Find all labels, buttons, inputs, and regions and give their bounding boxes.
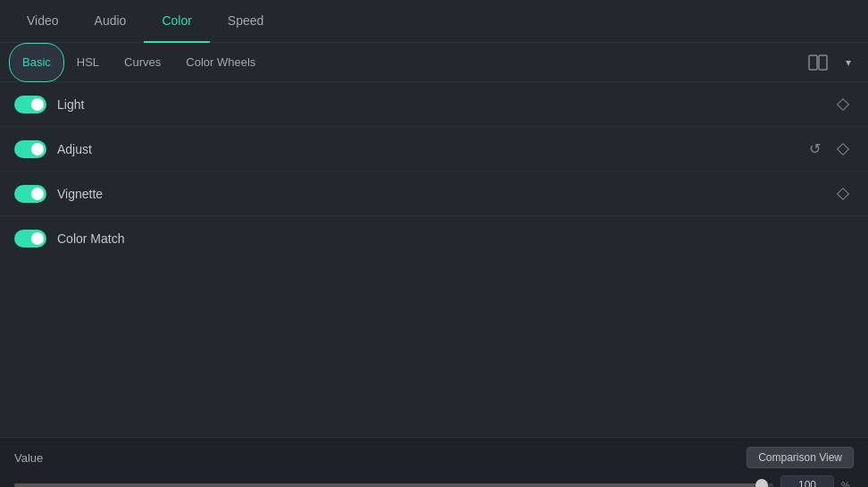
tab-basic[interactable]: Basic bbox=[9, 43, 64, 82]
adjust-toggle[interactable] bbox=[14, 140, 46, 158]
top-tab-bar: Video Audio Color Speed bbox=[0, 0, 868, 43]
tab-speed[interactable]: Speed bbox=[210, 0, 281, 43]
tab-color[interactable]: Color bbox=[144, 0, 209, 43]
vignette-diamond-icon[interactable] bbox=[832, 183, 854, 205]
light-toggle[interactable] bbox=[14, 96, 46, 113]
light-section-row[interactable]: Light bbox=[0, 82, 868, 127]
vignette-section-row[interactable]: Vignette bbox=[0, 172, 868, 216]
sub-tab-bar: Basic HSL Curves Color Wheels ▾ bbox=[0, 43, 868, 82]
tab-audio[interactable]: Audio bbox=[77, 0, 145, 43]
vignette-toggle[interactable] bbox=[14, 185, 46, 203]
value-slider-section: Value Comparison View 100 % bbox=[14, 447, 854, 487]
value-slider-fill bbox=[14, 483, 762, 487]
adjust-reset-icon[interactable]: ↺ bbox=[804, 139, 825, 160]
value-percent-sign: % bbox=[841, 480, 854, 487]
tab-hsl[interactable]: HSL bbox=[64, 43, 112, 82]
tab-video[interactable]: Video bbox=[9, 0, 77, 43]
adjust-diamond-icon[interactable] bbox=[832, 139, 854, 160]
chevron-down-icon[interactable]: ▾ bbox=[838, 52, 859, 73]
light-diamond-icon[interactable] bbox=[832, 94, 854, 115]
svg-rect-1 bbox=[819, 55, 827, 70]
value-label: Value bbox=[14, 451, 43, 465]
split-view-icon[interactable] bbox=[805, 50, 830, 75]
tab-curves[interactable]: Curves bbox=[112, 43, 173, 82]
vignette-label: Vignette bbox=[57, 187, 832, 201]
value-slider-thumb[interactable] bbox=[755, 479, 768, 487]
main-content-area: Light Adjust ↺ Vignette bbox=[0, 82, 868, 437]
comparison-view-button[interactable]: Comparison View bbox=[747, 447, 854, 468]
bottom-panel: Value Comparison View 100 % Protect Skin… bbox=[0, 437, 868, 487]
tab-color-wheels[interactable]: Color Wheels bbox=[173, 43, 268, 82]
value-slider-container[interactable] bbox=[14, 476, 773, 487]
color-match-section-row[interactable]: Color Match bbox=[0, 216, 868, 261]
svg-rect-0 bbox=[809, 55, 817, 70]
adjust-label: Adjust bbox=[57, 142, 804, 156]
color-match-toggle[interactable] bbox=[14, 230, 46, 248]
light-label: Light bbox=[57, 97, 832, 112]
value-slider-value[interactable]: 100 bbox=[780, 475, 834, 487]
color-match-label: Color Match bbox=[57, 231, 854, 246]
adjust-section-row[interactable]: Adjust ↺ bbox=[0, 127, 868, 172]
